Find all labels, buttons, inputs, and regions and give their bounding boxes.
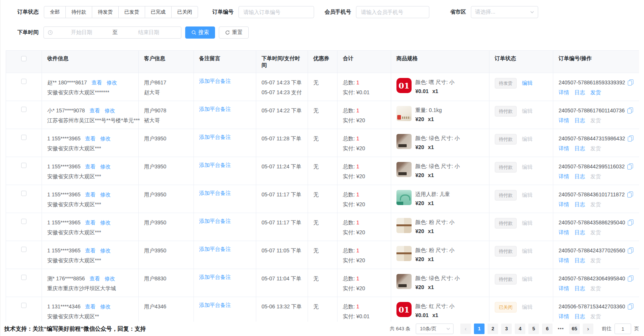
status-tab-3[interactable]: 已发货 (118, 6, 145, 18)
next-page-button[interactable]: › (583, 324, 593, 334)
detail-link[interactable]: 详情 (559, 89, 569, 95)
ship-link[interactable]: 发货 (590, 229, 601, 235)
add-platform-remark-link[interactable]: 添加平台备注 (199, 274, 231, 280)
copy-icon[interactable] (628, 275, 633, 282)
prev-page-button[interactable]: ‹ (460, 324, 471, 334)
edit-status-link[interactable]: 编辑 (522, 304, 533, 310)
modify-address-link[interactable]: 修改 (100, 247, 111, 254)
add-platform-remark-link[interactable]: 添加平台备注 (199, 246, 231, 252)
ship-link[interactable]: 发货 (590, 173, 601, 179)
date-range-picker[interactable]: 开始日期 至 结束日期 (43, 26, 181, 39)
region-select[interactable]: 请选择... (471, 6, 538, 18)
status-tab-5[interactable]: 已关闭 (171, 6, 198, 18)
view-address-link[interactable]: 查看 (85, 247, 96, 254)
copy-icon[interactable] (628, 303, 633, 310)
status-tab-1[interactable]: 待付款 (65, 6, 92, 18)
ship-link[interactable]: 发货 (590, 117, 601, 123)
view-address-link[interactable]: 查看 (85, 191, 96, 198)
copy-icon[interactable] (628, 79, 633, 86)
modify-address-link[interactable]: 修改 (105, 107, 115, 114)
search-button[interactable]: 搜索 (185, 26, 215, 39)
pagination-ellipsis[interactable]: ••• (556, 324, 566, 334)
edit-status-link[interactable]: 编辑 (522, 136, 533, 142)
detail-link[interactable]: 详情 (559, 285, 569, 291)
ship-link[interactable]: 发货 (590, 89, 601, 95)
add-platform-remark-link[interactable]: 添加平台备注 (199, 134, 231, 140)
copy-icon[interactable] (627, 107, 633, 114)
log-link[interactable]: 日志 (574, 285, 585, 291)
start-date-placeholder[interactable]: 开始日期 (53, 29, 110, 36)
page-button-6[interactable]: 6 (542, 324, 553, 334)
view-address-link[interactable]: 查看 (85, 163, 96, 170)
modify-address-link[interactable]: 修改 (100, 163, 111, 170)
detail-link[interactable]: 详情 (559, 257, 569, 263)
detail-link[interactable]: 详情 (559, 229, 569, 235)
row-checkbox[interactable] (21, 191, 26, 196)
end-date-placeholder[interactable]: 结束日期 (120, 29, 178, 36)
page-button-4[interactable]: 4 (515, 324, 525, 334)
page-button-3[interactable]: 3 (501, 324, 512, 334)
add-platform-remark-link[interactable]: 添加平台备注 (199, 78, 231, 84)
ship-link[interactable]: 发货 (590, 285, 601, 291)
view-address-link[interactable]: 查看 (85, 219, 96, 226)
log-link[interactable]: 日志 (574, 313, 585, 319)
log-link[interactable]: 日志 (574, 173, 585, 179)
modify-address-link[interactable]: 修改 (105, 275, 115, 282)
view-address-link[interactable]: 查看 (90, 275, 100, 282)
add-platform-remark-link[interactable]: 添加平台备注 (199, 218, 231, 224)
modify-address-link[interactable]: 修改 (107, 79, 117, 86)
view-address-link[interactable]: 查看 (85, 303, 96, 310)
copy-icon[interactable] (628, 135, 633, 142)
detail-link[interactable]: 详情 (559, 173, 569, 179)
edit-status-link[interactable]: 编辑 (522, 108, 533, 114)
copy-icon[interactable] (628, 219, 633, 226)
edit-status-link[interactable]: 编辑 (522, 276, 533, 282)
row-checkbox[interactable] (21, 303, 26, 308)
view-address-link[interactable]: 查看 (91, 79, 102, 86)
log-link[interactable]: 日志 (574, 229, 585, 235)
row-checkbox[interactable] (21, 275, 26, 280)
ship-link[interactable]: 发货 (590, 201, 601, 207)
add-platform-remark-link[interactable]: 添加平台备注 (199, 162, 231, 168)
page-button-5[interactable]: 5 (528, 324, 539, 334)
last-page-button[interactable]: 65 (569, 324, 580, 334)
row-checkbox[interactable] (21, 247, 26, 252)
ship-link[interactable]: 发货 (590, 145, 601, 151)
edit-status-link[interactable]: 编辑 (522, 248, 533, 254)
row-checkbox[interactable] (21, 163, 26, 168)
modify-address-link[interactable]: 修改 (100, 219, 111, 226)
status-tab-0[interactable]: 全部 (44, 6, 66, 18)
detail-link[interactable]: 详情 (559, 117, 569, 123)
order-no-input[interactable] (238, 6, 314, 18)
modify-address-link[interactable]: 修改 (100, 135, 111, 142)
copy-icon[interactable] (627, 163, 633, 170)
copy-icon[interactable] (628, 247, 633, 254)
view-address-link[interactable]: 查看 (85, 135, 96, 142)
row-checkbox[interactable] (21, 219, 26, 224)
row-checkbox[interactable] (21, 135, 26, 140)
add-platform-remark-link[interactable]: 添加平台备注 (199, 190, 231, 196)
edit-status-link[interactable]: 编辑 (522, 80, 533, 86)
copy-icon[interactable] (627, 191, 633, 198)
log-link[interactable]: 日志 (574, 89, 585, 95)
page-size-select[interactable]: 10条/页 (416, 324, 454, 334)
detail-link[interactable]: 详情 (559, 313, 569, 319)
log-link[interactable]: 日志 (574, 145, 585, 151)
status-tab-2[interactable]: 待发货 (92, 6, 119, 18)
view-address-link[interactable]: 查看 (90, 107, 100, 114)
select-all-checkbox[interactable] (21, 56, 26, 61)
row-checkbox[interactable] (21, 107, 26, 112)
add-platform-remark-link[interactable]: 添加平台备注 (199, 106, 231, 112)
ship-link[interactable]: 发货 (590, 257, 601, 263)
row-checkbox[interactable] (21, 79, 26, 84)
goto-page-input[interactable] (615, 324, 631, 334)
page-button-2[interactable]: 2 (488, 324, 498, 334)
status-tab-4[interactable]: 已完成 (145, 6, 172, 18)
phone-input[interactable] (356, 6, 429, 18)
log-link[interactable]: 日志 (574, 201, 585, 207)
edit-status-link[interactable]: 编辑 (522, 220, 533, 226)
log-link[interactable]: 日志 (574, 257, 585, 263)
edit-status-link[interactable]: 编辑 (522, 164, 533, 170)
edit-status-link[interactable]: 编辑 (522, 192, 533, 198)
reset-button[interactable]: 重置 (219, 26, 249, 39)
